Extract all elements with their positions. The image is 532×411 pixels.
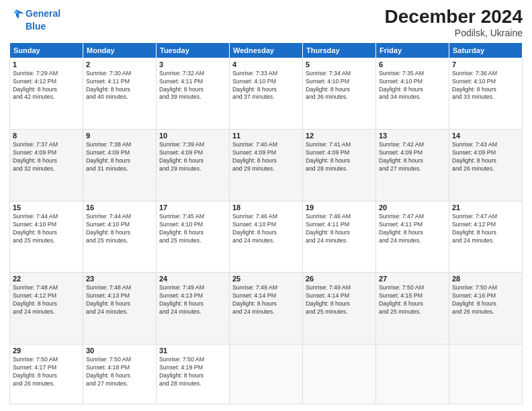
weekday-header-friday: Friday: [376, 42, 449, 58]
day-number: 30: [86, 347, 153, 355]
day-number: 4: [232, 60, 300, 68]
page-subtitle: Podilsk, Ukraine: [385, 28, 523, 38]
calendar-cell: 10Sunrise: 7:39 AMSunset: 4:09 PMDayligh…: [157, 130, 230, 201]
cell-content: Sunrise: 7:47 AMSunset: 4:12 PMDaylight:…: [452, 213, 519, 245]
cell-content: Sunrise: 7:29 AMSunset: 4:12 PMDaylight:…: [13, 70, 80, 102]
day-number: 6: [379, 60, 446, 68]
calendar-cell: 12Sunrise: 7:41 AMSunset: 4:09 PMDayligh…: [303, 130, 376, 201]
day-number: 20: [379, 203, 446, 212]
calendar-cell: 30Sunrise: 7:50 AMSunset: 4:18 PMDayligh…: [83, 344, 157, 404]
logo-bird-icon: [9, 7, 24, 21]
calendar-cell: 9Sunrise: 7:38 AMSunset: 4:09 PMDaylight…: [83, 130, 157, 201]
day-number: 9: [86, 132, 153, 140]
logo-container: General Blue: [9, 7, 60, 32]
calendar-cell: 25Sunrise: 7:49 AMSunset: 4:14 PMDayligh…: [230, 273, 303, 345]
calendar-cell: 1Sunrise: 7:29 AMSunset: 4:12 PMDaylight…: [10, 58, 83, 130]
calendar-cell: 14Sunrise: 7:43 AMSunset: 4:09 PMDayligh…: [449, 130, 523, 201]
calendar-cell: 6Sunrise: 7:35 AMSunset: 4:10 PMDaylight…: [376, 58, 449, 130]
calendar-cell: 7Sunrise: 7:36 AMSunset: 4:10 PMDaylight…: [449, 58, 523, 130]
cell-content: Sunrise: 7:37 AMSunset: 4:09 PMDaylight:…: [13, 141, 80, 173]
calendar-week-2: 8Sunrise: 7:37 AMSunset: 4:09 PMDaylight…: [10, 130, 523, 201]
cell-content: Sunrise: 7:30 AMSunset: 4:11 PMDaylight:…: [86, 70, 153, 102]
day-number: 10: [159, 132, 226, 140]
weekday-header-thursday: Thursday: [303, 42, 376, 58]
day-number: 22: [13, 275, 80, 283]
calendar-cell: 3Sunrise: 7:32 AMSunset: 4:11 PMDaylight…: [157, 58, 230, 130]
cell-content: Sunrise: 7:49 AMSunset: 4:14 PMDaylight:…: [306, 284, 373, 316]
weekday-header-wednesday: Wednesday: [230, 42, 303, 58]
cell-content: Sunrise: 7:32 AMSunset: 4:11 PMDaylight:…: [159, 70, 226, 102]
day-number: 8: [13, 132, 80, 140]
cell-content: Sunrise: 7:35 AMSunset: 4:10 PMDaylight:…: [379, 70, 446, 102]
calendar-table: SundayMondayTuesdayWednesdayThursdayFrid…: [9, 42, 523, 404]
cell-content: Sunrise: 7:50 AMSunset: 4:15 PMDaylight:…: [379, 284, 446, 316]
calendar-week-1: 1Sunrise: 7:29 AMSunset: 4:12 PMDaylight…: [10, 58, 523, 130]
calendar-cell: 17Sunrise: 7:45 AMSunset: 4:10 PMDayligh…: [157, 201, 230, 273]
day-number: 31: [159, 347, 226, 355]
calendar-cell: 11Sunrise: 7:40 AMSunset: 4:09 PMDayligh…: [230, 130, 303, 201]
day-number: 2: [86, 60, 153, 68]
logo-blue: Blue: [26, 21, 46, 32]
weekday-header-saturday: Saturday: [449, 42, 523, 58]
cell-content: Sunrise: 7:48 AMSunset: 4:13 PMDaylight:…: [86, 284, 153, 316]
weekday-header-row: SundayMondayTuesdayWednesdayThursdayFrid…: [10, 42, 523, 58]
logo: General Blue: [9, 7, 60, 32]
day-number: 1: [13, 60, 80, 68]
cell-content: Sunrise: 7:50 AMSunset: 4:16 PMDaylight:…: [452, 284, 519, 316]
calendar-week-4: 22Sunrise: 7:48 AMSunset: 4:12 PMDayligh…: [10, 273, 523, 345]
day-number: 26: [306, 275, 373, 283]
cell-content: Sunrise: 7:50 AMSunset: 4:19 PMDaylight:…: [159, 356, 226, 388]
title-block: December 2024 Podilsk, Ukraine: [385, 7, 523, 38]
calendar-cell: 24Sunrise: 7:49 AMSunset: 4:13 PMDayligh…: [157, 273, 230, 345]
weekday-header-monday: Monday: [83, 42, 157, 58]
cell-content: Sunrise: 7:38 AMSunset: 4:09 PMDaylight:…: [86, 141, 153, 173]
calendar-cell: 18Sunrise: 7:46 AMSunset: 4:10 PMDayligh…: [230, 201, 303, 273]
cell-content: Sunrise: 7:44 AMSunset: 4:10 PMDaylight:…: [13, 213, 80, 245]
day-number: 13: [379, 132, 446, 140]
cell-content: Sunrise: 7:44 AMSunset: 4:10 PMDaylight:…: [86, 213, 153, 245]
cell-content: Sunrise: 7:47 AMSunset: 4:11 PMDaylight:…: [379, 213, 446, 245]
cell-content: Sunrise: 7:50 AMSunset: 4:17 PMDaylight:…: [13, 356, 80, 388]
cell-content: Sunrise: 7:36 AMSunset: 4:10 PMDaylight:…: [452, 70, 519, 102]
calendar-cell: 29Sunrise: 7:50 AMSunset: 4:17 PMDayligh…: [10, 344, 83, 404]
day-number: 14: [452, 132, 519, 140]
svg-marker-0: [16, 9, 24, 19]
cell-content: Sunrise: 7:49 AMSunset: 4:14 PMDaylight:…: [232, 284, 300, 316]
day-number: 18: [232, 203, 300, 212]
cell-content: Sunrise: 7:48 AMSunset: 4:12 PMDaylight:…: [13, 284, 80, 316]
cell-content: Sunrise: 7:49 AMSunset: 4:13 PMDaylight:…: [159, 284, 226, 316]
calendar-cell: 13Sunrise: 7:42 AMSunset: 4:09 PMDayligh…: [376, 130, 449, 201]
page: General Blue December 2024 Podilsk, Ukra…: [0, 0, 532, 411]
cell-content: Sunrise: 7:45 AMSunset: 4:10 PMDaylight:…: [159, 213, 226, 245]
calendar-week-3: 15Sunrise: 7:44 AMSunset: 4:10 PMDayligh…: [10, 201, 523, 273]
page-title: December 2024: [385, 7, 523, 28]
header: General Blue December 2024 Podilsk, Ukra…: [9, 7, 523, 38]
cell-content: Sunrise: 7:33 AMSunset: 4:10 PMDaylight:…: [232, 70, 300, 102]
calendar-cell: [376, 344, 449, 404]
calendar-cell: 28Sunrise: 7:50 AMSunset: 4:16 PMDayligh…: [449, 273, 523, 345]
calendar-cell: [449, 344, 523, 404]
calendar-cell: 15Sunrise: 7:44 AMSunset: 4:10 PMDayligh…: [10, 201, 83, 273]
day-number: 16: [86, 203, 153, 212]
calendar-cell: [230, 344, 303, 404]
day-number: 3: [159, 60, 226, 68]
cell-content: Sunrise: 7:34 AMSunset: 4:10 PMDaylight:…: [306, 70, 373, 102]
calendar-cell: 8Sunrise: 7:37 AMSunset: 4:09 PMDaylight…: [10, 130, 83, 201]
day-number: 12: [306, 132, 373, 140]
calendar-cell: 20Sunrise: 7:47 AMSunset: 4:11 PMDayligh…: [376, 201, 449, 273]
logo-general: General: [26, 9, 60, 19]
day-number: 7: [452, 60, 519, 68]
calendar-cell: 19Sunrise: 7:46 AMSunset: 4:11 PMDayligh…: [303, 201, 376, 273]
logo-text: General: [9, 7, 60, 21]
day-number: 11: [232, 132, 300, 140]
day-number: 17: [159, 203, 226, 212]
calendar-cell: 21Sunrise: 7:47 AMSunset: 4:12 PMDayligh…: [449, 201, 523, 273]
day-number: 15: [13, 203, 80, 212]
calendar-cell: 31Sunrise: 7:50 AMSunset: 4:19 PMDayligh…: [157, 344, 230, 404]
calendar-cell: 22Sunrise: 7:48 AMSunset: 4:12 PMDayligh…: [10, 273, 83, 345]
day-number: 23: [86, 275, 153, 283]
day-number: 28: [452, 275, 519, 283]
weekday-header-tuesday: Tuesday: [157, 42, 230, 58]
calendar-cell: 16Sunrise: 7:44 AMSunset: 4:10 PMDayligh…: [83, 201, 157, 273]
calendar-week-5: 29Sunrise: 7:50 AMSunset: 4:17 PMDayligh…: [10, 344, 523, 404]
